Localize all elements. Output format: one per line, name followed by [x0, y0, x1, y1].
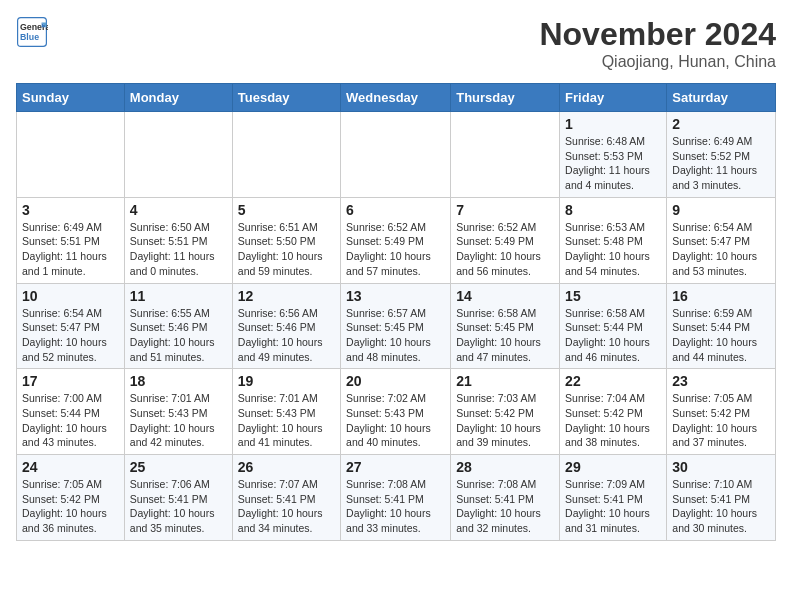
calendar-cell: 18Sunrise: 7:01 AM Sunset: 5:43 PM Dayli… [124, 369, 232, 455]
calendar-cell: 4Sunrise: 6:50 AM Sunset: 5:51 PM Daylig… [124, 197, 232, 283]
calendar-cell: 5Sunrise: 6:51 AM Sunset: 5:50 PM Daylig… [232, 197, 340, 283]
calendar-cell: 11Sunrise: 6:55 AM Sunset: 5:46 PM Dayli… [124, 283, 232, 369]
day-detail: Sunrise: 7:02 AM Sunset: 5:43 PM Dayligh… [346, 391, 445, 450]
day-detail: Sunrise: 6:57 AM Sunset: 5:45 PM Dayligh… [346, 306, 445, 365]
day-number: 13 [346, 288, 445, 304]
day-number: 7 [456, 202, 554, 218]
calendar-cell: 23Sunrise: 7:05 AM Sunset: 5:42 PM Dayli… [667, 369, 776, 455]
day-number: 21 [456, 373, 554, 389]
day-detail: Sunrise: 6:55 AM Sunset: 5:46 PM Dayligh… [130, 306, 227, 365]
page-header: General Blue General Blue November 2024 … [16, 16, 776, 71]
calendar-cell: 29Sunrise: 7:09 AM Sunset: 5:41 PM Dayli… [560, 455, 667, 541]
day-number: 26 [238, 459, 335, 475]
calendar-cell [124, 112, 232, 198]
day-number: 4 [130, 202, 227, 218]
day-number: 11 [130, 288, 227, 304]
day-detail: Sunrise: 7:00 AM Sunset: 5:44 PM Dayligh… [22, 391, 119, 450]
day-detail: Sunrise: 7:06 AM Sunset: 5:41 PM Dayligh… [130, 477, 227, 536]
calendar-cell: 20Sunrise: 7:02 AM Sunset: 5:43 PM Dayli… [341, 369, 451, 455]
calendar-cell: 3Sunrise: 6:49 AM Sunset: 5:51 PM Daylig… [17, 197, 125, 283]
col-header-wednesday: Wednesday [341, 84, 451, 112]
calendar-cell: 9Sunrise: 6:54 AM Sunset: 5:47 PM Daylig… [667, 197, 776, 283]
calendar-cell: 6Sunrise: 6:52 AM Sunset: 5:49 PM Daylig… [341, 197, 451, 283]
day-detail: Sunrise: 6:59 AM Sunset: 5:44 PM Dayligh… [672, 306, 770, 365]
day-detail: Sunrise: 6:52 AM Sunset: 5:49 PM Dayligh… [346, 220, 445, 279]
day-detail: Sunrise: 7:09 AM Sunset: 5:41 PM Dayligh… [565, 477, 661, 536]
day-detail: Sunrise: 6:58 AM Sunset: 5:45 PM Dayligh… [456, 306, 554, 365]
day-detail: Sunrise: 6:54 AM Sunset: 5:47 PM Dayligh… [672, 220, 770, 279]
day-number: 15 [565, 288, 661, 304]
calendar-cell: 26Sunrise: 7:07 AM Sunset: 5:41 PM Dayli… [232, 455, 340, 541]
day-number: 18 [130, 373, 227, 389]
day-number: 28 [456, 459, 554, 475]
day-number: 24 [22, 459, 119, 475]
logo-icon: General Blue [16, 16, 48, 48]
calendar-cell: 12Sunrise: 6:56 AM Sunset: 5:46 PM Dayli… [232, 283, 340, 369]
calendar-cell [232, 112, 340, 198]
day-detail: Sunrise: 7:01 AM Sunset: 5:43 PM Dayligh… [238, 391, 335, 450]
calendar-cell: 16Sunrise: 6:59 AM Sunset: 5:44 PM Dayli… [667, 283, 776, 369]
calendar-cell: 2Sunrise: 6:49 AM Sunset: 5:52 PM Daylig… [667, 112, 776, 198]
day-number: 8 [565, 202, 661, 218]
day-detail: Sunrise: 6:52 AM Sunset: 5:49 PM Dayligh… [456, 220, 554, 279]
calendar-cell: 10Sunrise: 6:54 AM Sunset: 5:47 PM Dayli… [17, 283, 125, 369]
col-header-sunday: Sunday [17, 84, 125, 112]
day-number: 29 [565, 459, 661, 475]
day-number: 2 [672, 116, 770, 132]
day-detail: Sunrise: 7:08 AM Sunset: 5:41 PM Dayligh… [346, 477, 445, 536]
day-detail: Sunrise: 7:01 AM Sunset: 5:43 PM Dayligh… [130, 391, 227, 450]
calendar-cell: 1Sunrise: 6:48 AM Sunset: 5:53 PM Daylig… [560, 112, 667, 198]
day-detail: Sunrise: 7:03 AM Sunset: 5:42 PM Dayligh… [456, 391, 554, 450]
day-number: 19 [238, 373, 335, 389]
day-number: 14 [456, 288, 554, 304]
day-number: 1 [565, 116, 661, 132]
day-detail: Sunrise: 6:51 AM Sunset: 5:50 PM Dayligh… [238, 220, 335, 279]
day-number: 23 [672, 373, 770, 389]
day-detail: Sunrise: 6:48 AM Sunset: 5:53 PM Dayligh… [565, 134, 661, 193]
svg-text:Blue: Blue [20, 32, 39, 42]
day-number: 6 [346, 202, 445, 218]
calendar-cell [341, 112, 451, 198]
day-detail: Sunrise: 7:07 AM Sunset: 5:41 PM Dayligh… [238, 477, 335, 536]
day-number: 22 [565, 373, 661, 389]
col-header-friday: Friday [560, 84, 667, 112]
calendar-cell: 28Sunrise: 7:08 AM Sunset: 5:41 PM Dayli… [451, 455, 560, 541]
day-detail: Sunrise: 6:58 AM Sunset: 5:44 PM Dayligh… [565, 306, 661, 365]
location: Qiaojiang, Hunan, China [539, 53, 776, 71]
day-detail: Sunrise: 6:53 AM Sunset: 5:48 PM Dayligh… [565, 220, 661, 279]
day-number: 25 [130, 459, 227, 475]
day-number: 27 [346, 459, 445, 475]
calendar-cell: 14Sunrise: 6:58 AM Sunset: 5:45 PM Dayli… [451, 283, 560, 369]
day-detail: Sunrise: 7:08 AM Sunset: 5:41 PM Dayligh… [456, 477, 554, 536]
day-detail: Sunrise: 6:56 AM Sunset: 5:46 PM Dayligh… [238, 306, 335, 365]
day-number: 20 [346, 373, 445, 389]
col-header-thursday: Thursday [451, 84, 560, 112]
calendar-cell [451, 112, 560, 198]
day-detail: Sunrise: 7:10 AM Sunset: 5:41 PM Dayligh… [672, 477, 770, 536]
day-detail: Sunrise: 6:49 AM Sunset: 5:51 PM Dayligh… [22, 220, 119, 279]
day-number: 16 [672, 288, 770, 304]
title-block: November 2024 Qiaojiang, Hunan, China [539, 16, 776, 71]
day-detail: Sunrise: 7:05 AM Sunset: 5:42 PM Dayligh… [672, 391, 770, 450]
day-detail: Sunrise: 7:04 AM Sunset: 5:42 PM Dayligh… [565, 391, 661, 450]
day-number: 9 [672, 202, 770, 218]
calendar-cell: 21Sunrise: 7:03 AM Sunset: 5:42 PM Dayli… [451, 369, 560, 455]
logo: General Blue General Blue [16, 16, 48, 48]
calendar-table: SundayMondayTuesdayWednesdayThursdayFrid… [16, 83, 776, 541]
day-number: 10 [22, 288, 119, 304]
calendar-cell: 25Sunrise: 7:06 AM Sunset: 5:41 PM Dayli… [124, 455, 232, 541]
calendar-cell: 24Sunrise: 7:05 AM Sunset: 5:42 PM Dayli… [17, 455, 125, 541]
calendar-cell: 27Sunrise: 7:08 AM Sunset: 5:41 PM Dayli… [341, 455, 451, 541]
calendar-cell [17, 112, 125, 198]
col-header-saturday: Saturday [667, 84, 776, 112]
col-header-monday: Monday [124, 84, 232, 112]
calendar-cell: 30Sunrise: 7:10 AM Sunset: 5:41 PM Dayli… [667, 455, 776, 541]
day-detail: Sunrise: 7:05 AM Sunset: 5:42 PM Dayligh… [22, 477, 119, 536]
calendar-cell: 22Sunrise: 7:04 AM Sunset: 5:42 PM Dayli… [560, 369, 667, 455]
calendar-cell: 17Sunrise: 7:00 AM Sunset: 5:44 PM Dayli… [17, 369, 125, 455]
day-detail: Sunrise: 6:49 AM Sunset: 5:52 PM Dayligh… [672, 134, 770, 193]
day-detail: Sunrise: 6:54 AM Sunset: 5:47 PM Dayligh… [22, 306, 119, 365]
day-number: 17 [22, 373, 119, 389]
day-number: 12 [238, 288, 335, 304]
month-title: November 2024 [539, 16, 776, 53]
